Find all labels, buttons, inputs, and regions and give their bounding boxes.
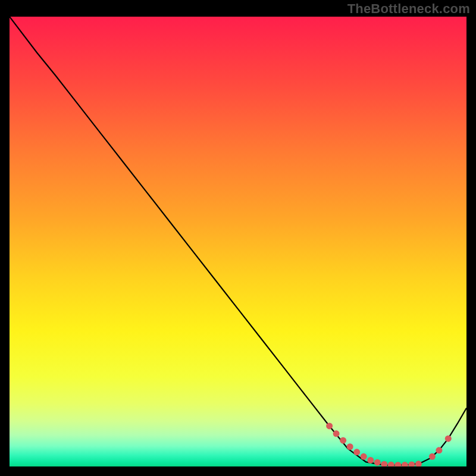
- marker-dot: [367, 457, 374, 464]
- watermark-label: TheBottleneck.com: [347, 1, 470, 17]
- marker-dot: [445, 436, 452, 442]
- marker-dot: [333, 430, 340, 437]
- marker-dot: [361, 453, 367, 460]
- marker-dot: [353, 449, 360, 455]
- marker-dot: [340, 437, 346, 444]
- gradient-background: [10, 17, 466, 466]
- chart-svg: [10, 17, 466, 466]
- marker-dot: [429, 453, 436, 460]
- marker-dot: [374, 459, 381, 466]
- marker-dot: [347, 443, 353, 450]
- marker-dot: [326, 422, 333, 429]
- plot-area: [10, 17, 466, 466]
- marker-dot: [436, 447, 442, 453]
- chart-frame: TheBottleneck.com: [0, 0, 476, 476]
